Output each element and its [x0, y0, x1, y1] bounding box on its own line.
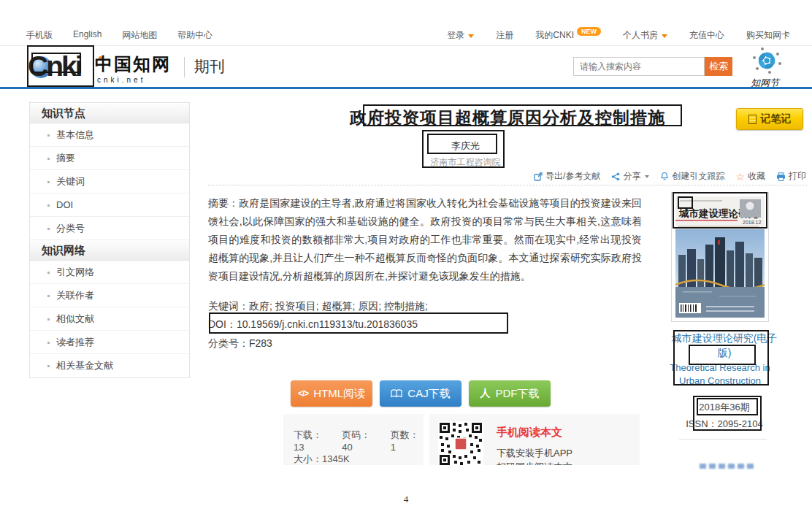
- abstract-paragraph: 摘要：政府是国家建设的主导者,政府通过将国家收入转化为社会基础设施等项目的投资建…: [208, 194, 642, 285]
- sidebar-item-related-fund-literature[interactable]: 相关基金文献: [30, 354, 189, 377]
- clipped-link-stub: [700, 464, 754, 469]
- cnki-article-page: 手机版 English 网站地图 帮助中心 登录 注册 我的CNKINEW 个人…: [0, 0, 812, 514]
- nav-sitemap[interactable]: 网站地图: [122, 29, 157, 42]
- share-button[interactable]: 分享: [611, 170, 649, 183]
- logo-latin-text: Cnki: [28, 48, 81, 85]
- pdf-person-icon: 人: [480, 387, 491, 400]
- mobile-read-line2: 扫码同步阅读本文: [497, 461, 572, 465]
- export-icon: [534, 172, 543, 181]
- nav-personal-study[interactable]: 个人书房: [623, 29, 667, 42]
- section-journal-label: 期刊: [194, 56, 225, 77]
- bullet-icon: [47, 228, 50, 230]
- sidebar-item-related-authors[interactable]: 关联作者: [30, 284, 189, 307]
- keywords-line: 关键词：政府; 投资项目; 超概算; 原因; 控制措施;: [208, 300, 428, 313]
- stat-page-number: 页码：40: [342, 429, 380, 453]
- nav-buy-card[interactable]: 购买知网卡: [746, 29, 790, 42]
- sidebar: 知识节点 基本信息 摘要 关键词 DOI 分类号 知识网络 引文网络 关联作者 …: [29, 102, 190, 378]
- nav-help-center[interactable]: 帮助中心: [177, 29, 212, 42]
- print-button[interactable]: 打印: [776, 170, 806, 183]
- logo-chinese-text: 中国知网: [95, 53, 171, 76]
- code-icon: </>: [298, 388, 308, 399]
- journal-name-english[interactable]: Theoretical Research in Urban Constructi…: [669, 361, 771, 388]
- sidebar-item-reader-recommendation[interactable]: 读者推荐: [30, 331, 189, 354]
- page-number: 4: [0, 494, 812, 505]
- sidebar-group-knowledge-node: 知识节点: [30, 103, 189, 123]
- article-title: 政府投资项目超概算原因分析及控制措施: [208, 107, 807, 129]
- printer-icon: [776, 172, 786, 181]
- mobile-read-title: 手机阅读本文: [497, 426, 562, 440]
- star-icon: ☆: [735, 172, 745, 181]
- stat-size: 大小：1345K: [294, 453, 350, 464]
- sidebar-item-keywords[interactable]: 关键词: [30, 170, 189, 193]
- new-badge: NEW: [577, 27, 601, 36]
- clc-line: 分类号：F283: [208, 337, 272, 350]
- header-vertical-divider: [184, 57, 185, 77]
- sidebar-item-citation-network[interactable]: 引文网络: [30, 261, 189, 284]
- nav-my-cnki[interactable]: 我的CNKINEW: [535, 29, 601, 42]
- journal-name-link[interactable]: 城市建设理论研究(电子版): [666, 331, 783, 360]
- clc-value: F283: [249, 337, 272, 349]
- search-input[interactable]: [573, 57, 705, 76]
- top-nav-right: 登录 注册 我的CNKINEW 个人书房 充值中心 购买知网卡: [447, 29, 790, 42]
- citation-tracking-button[interactable]: 创建引文跟踪: [660, 170, 724, 183]
- mobile-read-line1: 下载安装手机APP: [497, 447, 572, 460]
- bullet-icon: [47, 272, 50, 274]
- sidebar-item-clc[interactable]: 分类号: [30, 217, 189, 240]
- nav-english[interactable]: English: [73, 29, 102, 42]
- search-button[interactable]: 检索: [705, 57, 732, 76]
- cnki-node-icon[interactable]: [746, 45, 787, 77]
- header-blue-line: [0, 87, 812, 89]
- bullet-icon: [47, 295, 50, 297]
- journal-cover-image[interactable]: 城市建设理论研究 2018.12: [671, 192, 769, 322]
- sidebar-item-basic-info[interactable]: 基本信息: [30, 123, 189, 147]
- stat-page-count: 页数：1: [391, 429, 424, 453]
- stats-panel: 下载：13 页码：40 页数：1 大小：1345K: [283, 414, 424, 465]
- journal-column-divider: [679, 439, 767, 440]
- pdf-download-button[interactable]: 人 PDF下载: [469, 380, 551, 407]
- doi-line: DOI：10.19569/j.cnki.cn119313/tu.20183603…: [208, 318, 418, 331]
- article-affiliation: 济南市工程咨询院: [208, 156, 723, 169]
- sidebar-item-similar-literature[interactable]: 相似文献: [30, 307, 189, 331]
- bullet-icon: [47, 158, 50, 160]
- doi-value: 10.19569/j.cnki.cn119313/tu.201836035: [237, 318, 418, 330]
- nav-recharge-center[interactable]: 充值中心: [689, 29, 724, 42]
- mobile-read-panel: 手机阅读本文 下载安装手机APP 扫码同步阅读本文: [429, 414, 640, 465]
- sidebar-item-doi[interactable]: DOI: [30, 193, 189, 217]
- bell-icon: [660, 172, 669, 181]
- bullet-icon: [47, 181, 50, 183]
- logo-domain-text: cnki.net: [97, 76, 145, 84]
- bullet-icon: [47, 318, 50, 321]
- article-toolbar: 导出/参考文献 分享 创建引文跟踪 ☆ 收藏 打印: [534, 170, 806, 183]
- bullet-icon: [47, 134, 50, 137]
- top-nav-left: 手机版 English 网站地图 帮助中心: [26, 29, 212, 42]
- dotted-separator: [208, 185, 807, 185]
- share-icon: [611, 172, 620, 181]
- bullet-icon: [47, 204, 50, 207]
- caj-download-button[interactable]: CAJ下载: [380, 380, 461, 407]
- cnki-logo[interactable]: Cnki 中国知网 cnki.net: [28, 48, 196, 86]
- journal-issn: ISSN：2095-2104: [666, 418, 783, 431]
- nav-mobile-version[interactable]: 手机版: [26, 29, 53, 42]
- abstract-label: 摘要：: [208, 197, 239, 209]
- top-divider: [0, 45, 812, 46]
- nav-login[interactable]: 登录: [447, 29, 474, 42]
- abstract-text: 政府是国家建设的主导者,政府通过将国家收入转化为社会基础设施等项目的投资建设来回…: [208, 197, 642, 282]
- journal-issue-link[interactable]: 2018年36期: [666, 401, 783, 414]
- favorite-button[interactable]: ☆ 收藏: [735, 170, 765, 183]
- bullet-icon: [47, 342, 50, 344]
- sidebar-group-knowledge-network: 知识网络: [30, 240, 189, 261]
- chevron-down-icon: [662, 34, 667, 38]
- bullet-icon: [47, 365, 50, 367]
- caret-down-icon: [645, 175, 649, 178]
- keywords-values[interactable]: 政府; 投资项目; 超概算; 原因; 控制措施;: [249, 300, 428, 312]
- export-reference-button[interactable]: 导出/参考文献: [534, 170, 600, 183]
- sidebar-item-abstract[interactable]: 摘要: [30, 147, 189, 170]
- stat-downloads: 下载：13: [294, 429, 332, 453]
- html-read-button[interactable]: </> HTML阅读: [291, 380, 372, 407]
- chevron-down-icon: [468, 34, 474, 38]
- article-author[interactable]: 李庆光: [208, 139, 723, 153]
- qr-code: [438, 421, 483, 465]
- nav-register[interactable]: 注册: [496, 29, 513, 42]
- svg-text:2018.12: 2018.12: [743, 220, 761, 225]
- book-icon: [391, 389, 402, 398]
